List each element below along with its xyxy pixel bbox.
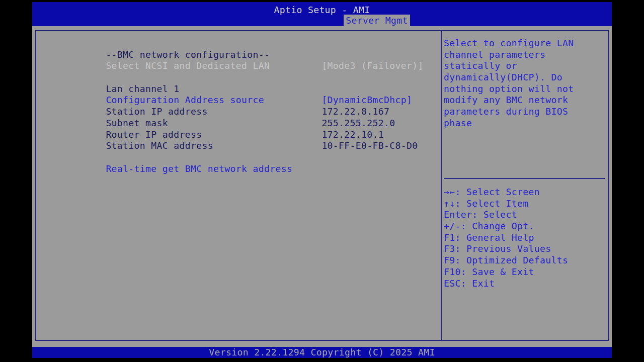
item-label: Lan channel 1 [106, 83, 321, 95]
menu-item-realtime-get-bmc-address[interactable]: Real-time get BMC network address [49, 152, 441, 163]
item-value: [Mode3 (Failover)] [321, 60, 423, 71]
item-label: Station MAC address [106, 140, 321, 152]
help-line: phase [444, 118, 608, 129]
item-label: Configuration Address source [106, 95, 321, 106]
item-value: [DynamicBmcDhcp] [321, 95, 412, 105]
item-label: Station IP address [106, 106, 321, 118]
help-line: channel parameters [444, 49, 608, 61]
help-line: Select to configure LAN [444, 38, 608, 49]
hint-change-opt: +/-: Change Opt. [444, 221, 568, 232]
item-value: 255.255.252.0 [321, 118, 395, 128]
item-value: 10-FF-E0-FB-C8-D0 [321, 140, 418, 151]
section-title-bmc-network: --BMC network configuration-- [49, 38, 441, 49]
help-line: nothing option will not [444, 83, 608, 95]
item-label: Select NCSI and Dedicated LAN [106, 60, 321, 72]
item-value: 172.22.8.167 [321, 106, 389, 117]
key-hints: →←: Select Screen ↑↓: Select Item Enter:… [444, 187, 568, 289]
help-line: statically or [444, 60, 608, 72]
hint-select-screen: →←: Select Screen [444, 187, 568, 198]
tab-server-mgmt-label: Server Mgmt [346, 15, 408, 26]
help-line: modify any BMC network [444, 95, 608, 106]
item-value: 172.22.10.1 [321, 129, 384, 140]
hint-enter-select: Enter: Select [444, 209, 568, 221]
help-divider [444, 178, 605, 179]
item-label: Real-time get BMC network address [106, 163, 321, 175]
hint-esc-exit: ESC: Exit [444, 278, 568, 290]
help-text: Select to configure LAN channel paramete… [442, 31, 608, 129]
label-lan-channel: Lan channel 1 [49, 72, 441, 83]
hint-save-exit: F10: Save & Exit [444, 266, 568, 278]
help-pane: Select to configure LAN channel paramete… [442, 31, 608, 340]
options-list: --BMC network configuration-- Select NCS… [36, 31, 441, 163]
help-line: parameters during BIOS [444, 106, 608, 118]
tab-server-mgmt[interactable]: Server Mgmt [344, 15, 410, 26]
version-bar: Version 2.22.1294 Copyright (C) 2025 AMI [32, 347, 612, 358]
hint-optimized-defaults: F9: Optimized Defaults [444, 255, 568, 266]
hint-select-item: ↑↓: Select Item [444, 198, 568, 210]
item-label: Router IP address [106, 129, 321, 141]
title-bar: Aptio Setup - AMI Server Mgmt [32, 2, 612, 26]
help-line: dynamically(DHCP). Do [444, 72, 608, 83]
item-label: Subnet mask [106, 118, 321, 129]
bios-setup-screen: Aptio Setup - AMI Server Mgmt --BMC netw… [32, 2, 612, 358]
hint-previous-values: F3: Previous Values [444, 243, 568, 255]
hint-general-help: F1: General Help [444, 232, 568, 244]
options-pane: --BMC network configuration-- Select NCS… [36, 31, 442, 340]
version-text: Version 2.22.1294 Copyright (C) 2025 AMI [209, 347, 435, 357]
page-title: Aptio Setup - AMI [32, 4, 612, 17]
section-title-label: --BMC network configuration-- [106, 49, 270, 60]
setup-panel: --BMC network configuration-- Select NCS… [35, 30, 609, 341]
